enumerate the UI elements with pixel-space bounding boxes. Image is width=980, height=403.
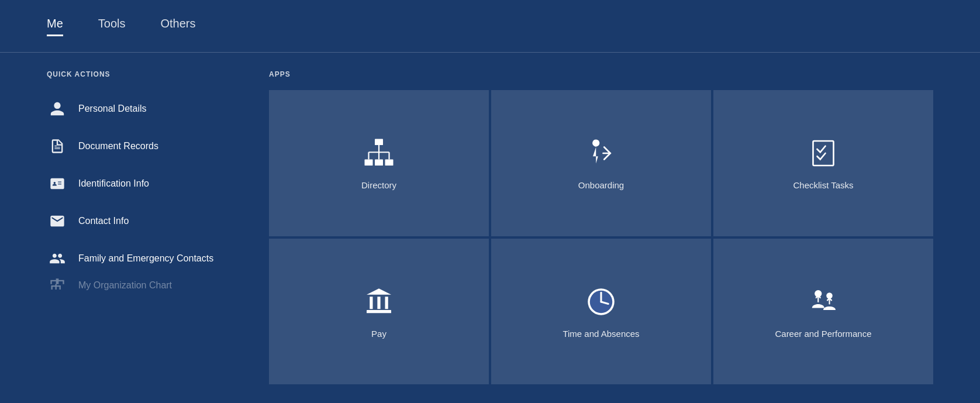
person-icon	[47, 98, 68, 119]
quick-action-label: Identification Info	[78, 178, 149, 189]
app-tile-time-absences[interactable]: Time and Absences	[491, 239, 711, 385]
quick-action-contact-info[interactable]: Contact Info	[47, 202, 234, 240]
quick-action-org-chart[interactable]: My Organization Chart	[47, 277, 234, 294]
app-tile-career-performance[interactable]: Career and Performance	[713, 239, 933, 385]
main-content: QUICK ACTIONS Personal Details Document …	[0, 53, 980, 403]
svg-rect-14	[370, 297, 372, 309]
svg-rect-11	[813, 141, 834, 166]
app-tile-pay[interactable]: Pay	[269, 239, 489, 385]
app-tile-checklist[interactable]: Checklist Tasks	[713, 90, 933, 236]
svg-rect-3	[385, 160, 394, 166]
svg-marker-13	[367, 288, 391, 295]
svg-rect-2	[375, 160, 383, 166]
tab-tools[interactable]: Tools	[98, 17, 126, 35]
svg-point-9	[592, 140, 599, 147]
svg-rect-1	[365, 160, 373, 166]
app-tile-onboarding[interactable]: Onboarding	[491, 90, 711, 236]
quick-action-personal-details[interactable]: Personal Details	[47, 90, 234, 128]
tab-others[interactable]: Others	[161, 17, 196, 35]
family-icon	[47, 248, 68, 269]
envelope-icon	[47, 211, 68, 232]
svg-rect-17	[367, 310, 391, 313]
tab-me[interactable]: Me	[47, 17, 63, 35]
app-tile-label: Time and Absences	[563, 329, 639, 339]
career-icon	[806, 284, 841, 319]
checklist-icon	[806, 136, 841, 171]
quick-action-label: Contact Info	[78, 216, 129, 226]
quick-action-label: Document Records	[78, 141, 158, 151]
org-icon	[47, 277, 68, 294]
org-chart-icon	[361, 136, 396, 171]
quick-action-family-contacts[interactable]: Family and Emergency Contacts	[47, 240, 234, 277]
bank-icon	[361, 284, 396, 319]
svg-rect-16	[385, 297, 388, 309]
app-tile-label: Onboarding	[578, 180, 624, 190]
app-tile-label: Career and Performance	[775, 329, 871, 339]
top-nav: Me Tools Others	[0, 0, 980, 53]
onboarding-icon	[584, 136, 619, 171]
document-icon	[47, 136, 68, 157]
app-tile-label: Directory	[361, 180, 396, 190]
svg-rect-0	[375, 139, 383, 146]
quick-action-label: My Organization Chart	[78, 280, 172, 291]
clock-icon	[584, 284, 619, 319]
app-tile-label: Pay	[371, 329, 387, 339]
id-icon	[47, 173, 68, 194]
quick-action-identification-info[interactable]: Identification Info	[47, 165, 234, 202]
app-tile-label: Checklist Tasks	[793, 180, 853, 190]
quick-actions-label: QUICK ACTIONS	[47, 70, 234, 78]
quick-actions-panel: QUICK ACTIONS Personal Details Document …	[47, 70, 234, 385]
app-tile-directory[interactable]: Directory	[269, 90, 489, 236]
apps-label: APPS	[269, 70, 933, 78]
quick-action-document-records[interactable]: Document Records	[47, 128, 234, 165]
apps-grid: Directory Onboarding	[269, 90, 933, 384]
quick-action-label: Family and Emergency Contacts	[78, 253, 213, 264]
quick-action-label: Personal Details	[78, 104, 147, 114]
apps-section: APPS Directory	[269, 70, 933, 385]
svg-rect-15	[377, 297, 380, 309]
